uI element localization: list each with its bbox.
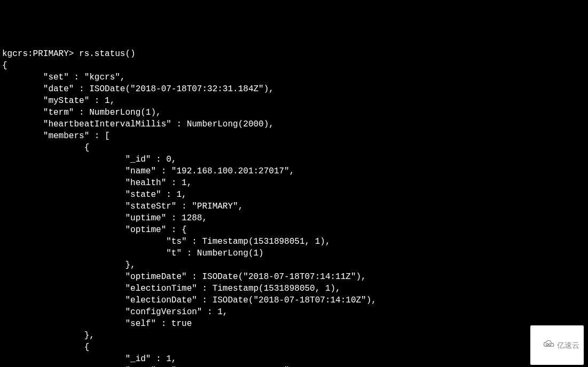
output-line: "optime" : { xyxy=(2,225,187,235)
output-line: "myState" : 1, xyxy=(2,96,115,106)
output-line: "ts" : Timestamp(1531898051, 1), xyxy=(2,237,331,246)
watermark-badge: 亿速云 xyxy=(530,325,584,365)
output-line: "members" : [ xyxy=(2,131,110,141)
output-line: "stateStr" : "PRIMARY", xyxy=(2,202,243,211)
output-line: "optimeDate" : ISODate("2018-07-18T07:14… xyxy=(2,272,366,282)
cloud-icon xyxy=(535,328,555,363)
output-line: "electionDate" : ISODate("2018-07-18T07:… xyxy=(2,296,377,305)
output-line: { xyxy=(2,342,89,352)
shell-command: rs.status() xyxy=(79,49,136,59)
output-line: "t" : NumberLong(1) xyxy=(2,249,264,258)
output-line: "_id" : 1, xyxy=(2,354,176,364)
output-line: "date" : ISODate("2018-07-18T07:32:31.18… xyxy=(2,84,274,94)
output-line: "name" : "192.168.100.201:27017", xyxy=(2,166,294,176)
watermark-text: 亿速云 xyxy=(557,339,579,351)
output-line: }, xyxy=(2,260,136,270)
shell-prompt: kgcrs:PRIMARY> xyxy=(2,49,79,59)
output-line: { xyxy=(2,61,7,70)
output-line: { xyxy=(2,143,89,153)
output-line: "electionTime" : Timestamp(1531898050, 1… xyxy=(2,284,341,293)
output-line: "state" : 1, xyxy=(2,190,187,200)
output-line: "set" : "kgcrs", xyxy=(2,73,125,82)
output-line: "term" : NumberLong(1), xyxy=(2,108,161,117)
terminal-output[interactable]: kgcrs:PRIMARY> rs.status() { "set" : "kg… xyxy=(2,48,586,367)
output-line: }, xyxy=(2,331,95,340)
output-line: "heartbeatIntervalMillis" : NumberLong(2… xyxy=(2,119,274,129)
output-line: "self" : true xyxy=(2,319,192,329)
output-line: "_id" : 0, xyxy=(2,155,176,164)
output-line: "health" : 1, xyxy=(2,178,192,188)
output-line: "configVersion" : 1, xyxy=(2,307,228,317)
output-line: "uptime" : 1288, xyxy=(2,213,207,223)
